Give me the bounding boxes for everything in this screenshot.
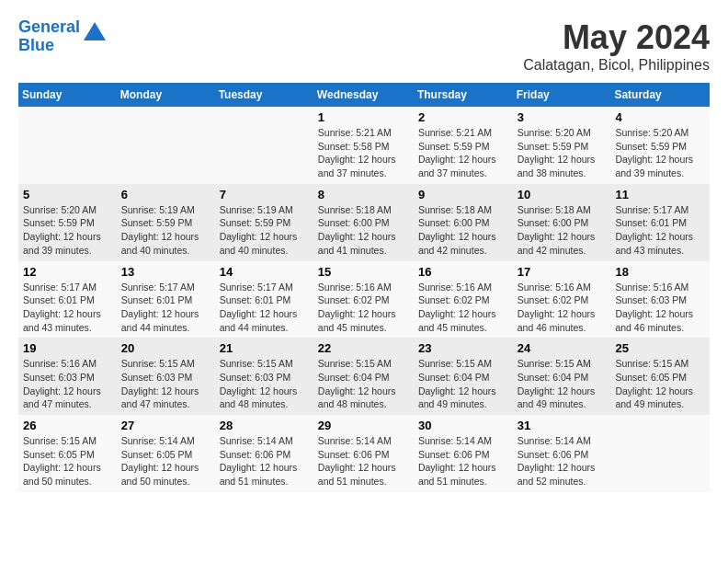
day-info: Sunrise: 5:15 AM Sunset: 6:04 PM Dayligh… [418, 357, 508, 411]
day-number: 24 [518, 341, 607, 355]
day-number: 20 [121, 341, 210, 355]
day-number: 21 [220, 341, 309, 355]
weekday-header: Wednesday [313, 83, 414, 107]
calendar-cell: 16Sunrise: 5:16 AM Sunset: 6:02 PM Dayli… [414, 261, 513, 339]
day-info: Sunrise: 5:21 AM Sunset: 5:59 PM Dayligh… [418, 126, 508, 180]
day-info: Sunrise: 5:14 AM Sunset: 6:05 PM Dayligh… [121, 434, 210, 488]
calendar-cell: 31Sunrise: 5:14 AM Sunset: 6:06 PM Dayli… [513, 415, 611, 492]
weekday-header: Monday [117, 83, 215, 107]
day-info: Sunrise: 5:15 AM Sunset: 6:04 PM Dayligh… [318, 357, 409, 411]
day-info: Sunrise: 5:16 AM Sunset: 6:02 PM Dayligh… [518, 281, 607, 335]
calendar-cell [215, 107, 313, 184]
calendar-cell: 7Sunrise: 5:19 AM Sunset: 5:59 PM Daylig… [215, 184, 313, 261]
day-number: 9 [418, 188, 508, 201]
day-info: Sunrise: 5:19 AM Sunset: 5:59 PM Dayligh… [121, 203, 210, 258]
day-info: Sunrise: 5:15 AM Sunset: 6:04 PM Dayligh… [518, 357, 607, 411]
day-number: 11 [615, 188, 705, 201]
day-number: 29 [318, 419, 409, 432]
day-number: 1 [318, 110, 409, 124]
day-info: Sunrise: 5:17 AM Sunset: 6:01 PM Dayligh… [121, 281, 210, 335]
day-number: 16 [418, 265, 508, 279]
day-info: Sunrise: 5:15 AM Sunset: 6:03 PM Dayligh… [121, 357, 210, 411]
day-info: Sunrise: 5:17 AM Sunset: 6:01 PM Dayligh… [23, 281, 112, 335]
day-number: 23 [418, 341, 508, 355]
calendar-cell: 28Sunrise: 5:14 AM Sunset: 6:06 PM Dayli… [215, 415, 313, 492]
calendar-cell: 2Sunrise: 5:21 AM Sunset: 5:59 PM Daylig… [414, 107, 513, 184]
day-number: 10 [518, 188, 607, 201]
day-number: 30 [418, 419, 508, 432]
weekday-header: Sunday [18, 83, 117, 107]
day-info: Sunrise: 5:15 AM Sunset: 6:05 PM Dayligh… [23, 434, 112, 488]
day-info: Sunrise: 5:16 AM Sunset: 6:03 PM Dayligh… [23, 357, 112, 411]
day-number: 8 [318, 188, 409, 201]
day-number: 4 [615, 110, 705, 124]
calendar-cell: 23Sunrise: 5:15 AM Sunset: 6:04 PM Dayli… [414, 338, 513, 415]
calendar-cell: 3Sunrise: 5:20 AM Sunset: 5:59 PM Daylig… [513, 107, 611, 184]
calendar-cell: 15Sunrise: 5:16 AM Sunset: 6:02 PM Dayli… [313, 261, 414, 339]
month-title: May 2024 [523, 18, 710, 57]
day-info: Sunrise: 5:20 AM Sunset: 5:59 PM Dayligh… [615, 126, 705, 180]
calendar-cell: 9Sunrise: 5:18 AM Sunset: 6:00 PM Daylig… [414, 184, 513, 261]
day-info: Sunrise: 5:18 AM Sunset: 6:00 PM Dayligh… [518, 203, 607, 258]
weekday-header-row: SundayMondayTuesdayWednesdayThursdayFrid… [18, 83, 710, 107]
weekday-header: Tuesday [215, 83, 313, 107]
calendar-cell: 8Sunrise: 5:18 AM Sunset: 6:00 PM Daylig… [313, 184, 414, 261]
day-number: 31 [518, 419, 607, 432]
day-number: 22 [318, 341, 409, 355]
calendar-cell: 1Sunrise: 5:21 AM Sunset: 5:58 PM Daylig… [313, 107, 414, 184]
title-block: May 2024 Calatagan, Bicol, Philippines [523, 18, 710, 74]
calendar-table: SundayMondayTuesdayWednesdayThursdayFrid… [18, 83, 710, 492]
day-info: Sunrise: 5:16 AM Sunset: 6:02 PM Dayligh… [418, 281, 508, 335]
day-number: 12 [23, 265, 112, 279]
day-info: Sunrise: 5:14 AM Sunset: 6:06 PM Dayligh… [418, 434, 508, 488]
calendar-cell: 26Sunrise: 5:15 AM Sunset: 6:05 PM Dayli… [18, 415, 117, 492]
calendar-cell: 25Sunrise: 5:15 AM Sunset: 6:05 PM Dayli… [610, 338, 710, 415]
day-info: Sunrise: 5:15 AM Sunset: 6:05 PM Dayligh… [615, 357, 705, 411]
day-info: Sunrise: 5:14 AM Sunset: 6:06 PM Dayligh… [518, 434, 607, 488]
calendar-cell: 18Sunrise: 5:16 AM Sunset: 6:03 PM Dayli… [610, 261, 710, 339]
calendar-week-row: 19Sunrise: 5:16 AM Sunset: 6:03 PM Dayli… [18, 338, 710, 415]
day-number: 13 [121, 265, 210, 279]
calendar-cell: 27Sunrise: 5:14 AM Sunset: 6:05 PM Dayli… [117, 415, 215, 492]
calendar-cell: 24Sunrise: 5:15 AM Sunset: 6:04 PM Dayli… [513, 338, 611, 415]
logo-text: GeneralBlue [18, 18, 80, 55]
day-info: Sunrise: 5:20 AM Sunset: 5:59 PM Dayligh… [23, 203, 112, 258]
day-info: Sunrise: 5:18 AM Sunset: 6:00 PM Dayligh… [418, 203, 508, 258]
logo-icon [82, 20, 108, 46]
day-number: 18 [615, 265, 705, 279]
day-number: 2 [418, 110, 508, 124]
page-header: GeneralBlue May 2024 Calatagan, Bicol, P… [18, 18, 710, 74]
weekday-header: Saturday [610, 83, 710, 107]
calendar-cell: 5Sunrise: 5:20 AM Sunset: 5:59 PM Daylig… [18, 184, 117, 261]
day-number: 26 [23, 419, 112, 432]
calendar-cell: 13Sunrise: 5:17 AM Sunset: 6:01 PM Dayli… [117, 261, 215, 339]
day-number: 15 [318, 265, 409, 279]
day-number: 27 [121, 419, 210, 432]
calendar-cell: 20Sunrise: 5:15 AM Sunset: 6:03 PM Dayli… [117, 338, 215, 415]
weekday-header: Thursday [414, 83, 513, 107]
day-number: 6 [121, 188, 210, 201]
calendar-cell: 4Sunrise: 5:20 AM Sunset: 5:59 PM Daylig… [610, 107, 710, 184]
calendar-cell: 29Sunrise: 5:14 AM Sunset: 6:06 PM Dayli… [313, 415, 414, 492]
day-info: Sunrise: 5:21 AM Sunset: 5:58 PM Dayligh… [318, 126, 409, 180]
day-info: Sunrise: 5:17 AM Sunset: 6:01 PM Dayligh… [615, 203, 705, 258]
weekday-header: Friday [513, 83, 611, 107]
location: Calatagan, Bicol, Philippines [523, 57, 710, 74]
day-number: 5 [23, 188, 112, 201]
calendar-cell [117, 107, 215, 184]
day-info: Sunrise: 5:19 AM Sunset: 5:59 PM Dayligh… [220, 203, 309, 258]
day-number: 25 [615, 341, 705, 355]
calendar-cell: 10Sunrise: 5:18 AM Sunset: 6:00 PM Dayli… [513, 184, 611, 261]
day-number: 14 [220, 265, 309, 279]
calendar-week-row: 5Sunrise: 5:20 AM Sunset: 5:59 PM Daylig… [18, 184, 710, 261]
day-info: Sunrise: 5:14 AM Sunset: 6:06 PM Dayligh… [318, 434, 409, 488]
day-info: Sunrise: 5:14 AM Sunset: 6:06 PM Dayligh… [220, 434, 309, 488]
calendar-week-row: 12Sunrise: 5:17 AM Sunset: 6:01 PM Dayli… [18, 261, 710, 339]
day-number: 17 [518, 265, 607, 279]
day-number: 7 [220, 188, 309, 201]
calendar-cell: 19Sunrise: 5:16 AM Sunset: 6:03 PM Dayli… [18, 338, 117, 415]
calendar-cell: 14Sunrise: 5:17 AM Sunset: 6:01 PM Dayli… [215, 261, 313, 339]
calendar-cell: 21Sunrise: 5:15 AM Sunset: 6:03 PM Dayli… [215, 338, 313, 415]
day-number: 19 [23, 341, 112, 355]
day-info: Sunrise: 5:16 AM Sunset: 6:03 PM Dayligh… [615, 281, 705, 335]
